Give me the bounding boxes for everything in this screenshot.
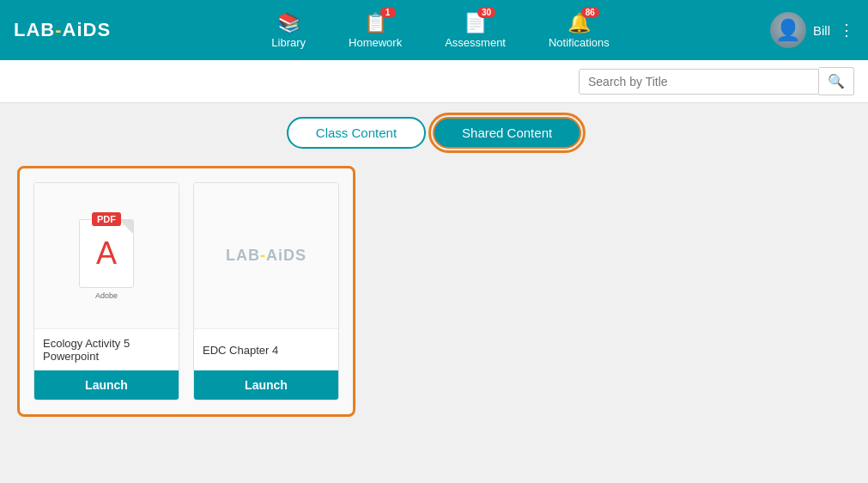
search-bar: 🔍 xyxy=(0,60,868,103)
pdf-curl-icon xyxy=(119,220,133,234)
acrobat-icon: A xyxy=(96,235,117,272)
pdf-paper: A xyxy=(79,219,134,288)
nav-library[interactable]: 📚 Library xyxy=(263,5,314,56)
homework-icon: 📋 1 xyxy=(364,12,387,34)
adobe-label: Adobe xyxy=(95,291,118,300)
content-area: PDF A Adobe Ecology Activity 5 Powerpoin… xyxy=(0,157,868,434)
nav-assessment-label: Assessment xyxy=(445,36,506,49)
tabs-container: Class Content Shared Content xyxy=(0,103,868,157)
card-edc-title: EDC Chapter 4 xyxy=(194,329,338,370)
avatar: 👤 xyxy=(770,12,806,48)
pdf-icon-container: PDF A Adobe xyxy=(79,212,134,300)
card-ecology-title: Ecology Activity 5 Powerpoint xyxy=(34,329,179,370)
notifications-badge: 86 xyxy=(581,7,599,18)
tab-shared-content[interactable]: Shared Content xyxy=(433,117,581,149)
nav-notifications-label: Notifications xyxy=(549,36,610,49)
logo[interactable]: LAB-AiDS xyxy=(14,19,111,41)
nav-assessment[interactable]: 📄 30 Assessment xyxy=(436,5,514,56)
nav-homework-label: Homework xyxy=(349,36,402,49)
user-name: Bill xyxy=(813,23,830,38)
search-button[interactable]: 🔍 xyxy=(819,67,854,95)
card-ecology: PDF A Adobe Ecology Activity 5 Powerpoin… xyxy=(33,182,179,400)
card-edc-thumbnail[interactable]: LAB-AiDS xyxy=(194,183,338,329)
nav-notifications[interactable]: 🔔 86 Notifications xyxy=(540,5,618,56)
card-edc-launch[interactable]: Launch xyxy=(194,370,338,400)
tab-class-content[interactable]: Class Content xyxy=(287,117,426,149)
nav-bar: 📚 Library 📋 1 Homework 📄 30 Assessment 🔔… xyxy=(263,5,618,56)
header: LAB-AiDS 📚 Library 📋 1 Homework 📄 30 Ass… xyxy=(0,0,868,60)
user-options-icon[interactable]: ⋮ xyxy=(839,21,854,40)
pdf-badge: PDF xyxy=(92,212,121,226)
homework-badge: 1 xyxy=(380,7,396,18)
nav-homework[interactable]: 📋 1 Homework xyxy=(340,5,410,56)
user-menu[interactable]: 👤 Bill ⋮ xyxy=(770,12,854,48)
library-icon: 📚 xyxy=(277,12,300,34)
notifications-icon: 🔔 86 xyxy=(568,12,591,34)
assessment-badge: 30 xyxy=(477,7,495,18)
nav-library-label: Library xyxy=(271,36,306,49)
labaid-thumb: LAB-AiDS xyxy=(194,183,338,328)
card-edc: LAB-AiDS EDC Chapter 4 Launch xyxy=(193,182,339,400)
content-grid: PDF A Adobe Ecology Activity 5 Powerpoin… xyxy=(33,182,339,400)
content-grid-wrapper: PDF A Adobe Ecology Activity 5 Powerpoin… xyxy=(17,166,355,417)
card-ecology-thumbnail[interactable]: PDF A Adobe xyxy=(34,183,179,329)
assessment-icon: 📄 30 xyxy=(464,12,487,34)
search-input[interactable] xyxy=(579,69,819,95)
labaid-logo-small: LAB-AiDS xyxy=(226,247,307,265)
card-ecology-launch[interactable]: Launch xyxy=(34,370,179,400)
